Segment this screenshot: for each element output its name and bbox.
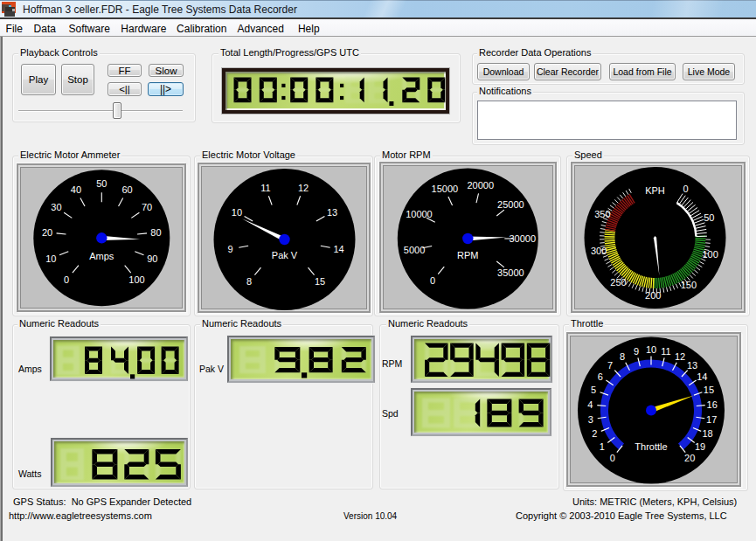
svg-text:RPM: RPM [457,250,478,260]
svg-text:16: 16 [707,399,718,410]
svg-text:350: 350 [594,209,610,219]
svg-text:90: 90 [147,253,157,264]
svg-text:4: 4 [587,399,593,410]
svg-text:80: 80 [150,227,161,238]
svg-text:100: 100 [128,274,144,285]
svg-text:50: 50 [96,178,107,189]
svg-text:100: 100 [702,249,718,260]
svg-text:19: 19 [695,441,705,452]
svg-text:60: 60 [122,184,133,195]
svg-text:20: 20 [42,227,52,238]
svg-text:17: 17 [706,414,717,425]
svg-text:7: 7 [607,360,613,371]
svg-text:2: 2 [592,428,597,439]
svg-text:15000: 15000 [432,184,459,194]
svg-text:13: 13 [327,207,337,218]
svg-text:Amps: Amps [89,251,114,261]
svg-text:10: 10 [646,344,656,355]
svg-text:70: 70 [142,202,152,212]
svg-text:18: 18 [702,428,712,439]
svg-text:50: 50 [704,212,714,223]
svg-text:5000: 5000 [404,245,425,255]
svg-text:300: 300 [591,246,607,256]
svg-text:14: 14 [333,244,343,254]
svg-text:200: 200 [645,290,661,301]
svg-text:10000: 10000 [406,209,433,219]
svg-text:6: 6 [598,371,603,382]
svg-text:8: 8 [620,351,625,362]
svg-text:Throttle: Throttle [635,441,667,452]
svg-text:11: 11 [661,346,670,357]
svg-text:10: 10 [45,253,56,264]
svg-text:25000: 25000 [497,199,524,210]
svg-text:0: 0 [683,184,688,194]
svg-text:150: 150 [681,280,697,290]
svg-text:20000: 20000 [467,180,494,191]
svg-text:15: 15 [704,385,714,395]
svg-text:11: 11 [260,183,270,193]
svg-text:13: 13 [687,360,697,371]
svg-text:250: 250 [610,277,626,288]
svg-text:0: 0 [430,275,435,286]
svg-text:15: 15 [315,276,325,287]
svg-text:3: 3 [588,414,593,425]
svg-text:KPH: KPH [645,185,665,196]
svg-text:Pak V: Pak V [272,250,298,260]
svg-text:12: 12 [298,183,309,193]
svg-text:30: 30 [51,202,61,212]
svg-text:1: 1 [600,441,605,452]
svg-text:0: 0 [64,274,69,285]
svg-text:20: 20 [684,453,695,463]
svg-text:35000: 35000 [497,267,524,278]
svg-text:14: 14 [697,371,707,382]
svg-text:5: 5 [591,385,596,395]
svg-text:9: 9 [634,346,639,357]
svg-text:40: 40 [71,184,81,195]
svg-text:10: 10 [232,207,242,218]
svg-text:9: 9 [227,244,232,254]
svg-text:0: 0 [610,453,615,463]
svg-text:8: 8 [246,276,252,287]
svg-text:30000: 30000 [510,233,537,244]
svg-text:12: 12 [675,351,685,362]
